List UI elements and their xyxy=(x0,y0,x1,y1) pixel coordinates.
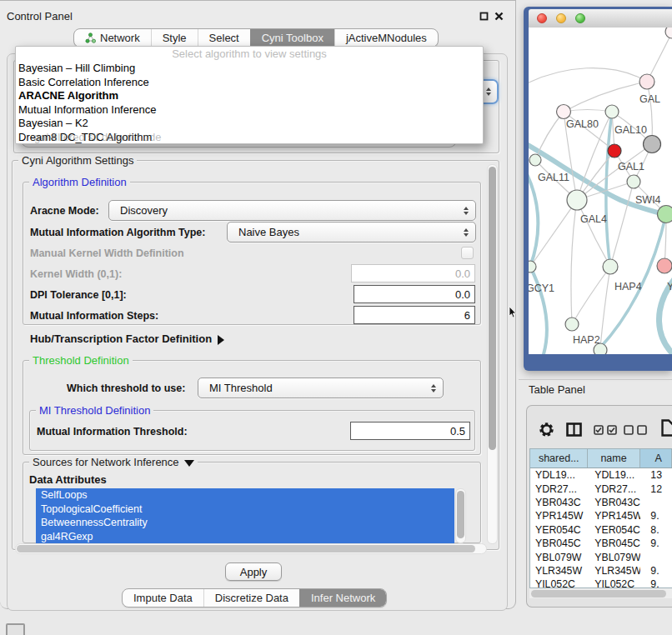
kernel-width-field[interactable]: 0.0 xyxy=(351,264,475,282)
node-gcy1[interactable] xyxy=(529,261,536,272)
panel-tab-bar: Network Style Select Cyni Toolbox jActiv… xyxy=(73,28,439,48)
popup-item-basic-correlation[interactable]: Basic Correlation Inference xyxy=(16,76,483,90)
table-row[interactable]: YPR145W YPR145W 9. xyxy=(530,509,672,522)
list-item-selfloops[interactable]: SelfLoops xyxy=(36,488,454,502)
table-row[interactable]: YER054C YER054C 8. xyxy=(530,523,672,537)
tab-style[interactable]: Style xyxy=(151,29,198,47)
node-label-swi4: SWI4 xyxy=(635,194,661,206)
node-gal1[interactable] xyxy=(627,175,640,188)
collapsed-panel-icon[interactable] xyxy=(6,623,25,635)
node-hap4[interactable] xyxy=(603,259,618,274)
popup-item-bayesian-hill-climbing[interactable]: Bayesian – Hill Climbing xyxy=(16,62,483,76)
node-label-gal10: GAL10 xyxy=(614,124,647,136)
which-threshold-value: MI Threshold xyxy=(209,382,431,394)
node-gal10[interactable] xyxy=(605,105,619,118)
popup-item-aracne[interactable]: ARACNE Algorithm xyxy=(16,89,483,103)
column-header-name[interactable]: name xyxy=(588,449,639,468)
mi-threshold-value: 0.5 xyxy=(450,425,465,438)
column-header-shared-name[interactable]: shared... xyxy=(530,449,588,468)
cell-name: YBL079W xyxy=(589,552,640,563)
popup-item-mutual-information[interactable]: Mutual Information Inference xyxy=(16,103,483,118)
list-item-gal4rgexp[interactable]: gal4RGexp xyxy=(36,530,454,544)
table-row[interactable]: YDL19... YDL19... 13 xyxy=(530,468,672,482)
tab-infer-network[interactable]: Infer Network xyxy=(299,589,386,607)
app-root: Control Panel Network xyxy=(0,0,672,635)
cell-value: 8. xyxy=(640,524,672,536)
settings-scrollbar-thumb[interactable] xyxy=(489,167,496,450)
attributes-scrollbar-thumb[interactable] xyxy=(457,491,464,538)
list-item-betweennesscentrality[interactable]: BetweennessCentrality xyxy=(36,516,454,530)
apply-button-label: Apply xyxy=(240,566,268,578)
select-all-checkboxes-icon[interactable] xyxy=(594,425,618,435)
sources-title-expander[interactable]: Sources for Network Inference xyxy=(29,456,198,468)
table-row[interactable]: YBR043C YBR043C xyxy=(530,496,672,509)
node-hap2[interactable] xyxy=(565,318,579,331)
network-window-titlebar[interactable] xyxy=(529,9,672,28)
tab-cyni-toolbox[interactable]: Cyni Toolbox xyxy=(250,29,334,47)
node-gal-partial[interactable] xyxy=(639,74,654,89)
node-gal4[interactable] xyxy=(567,190,587,210)
tab-select[interactable]: Select xyxy=(198,29,250,47)
manual-kernel-width-label: Manual Kernel Width Definition xyxy=(30,248,184,259)
close-icon[interactable] xyxy=(494,12,504,21)
tab-impute-data-label: Impute Data xyxy=(133,592,193,604)
control-panel-title: Control Panel xyxy=(7,10,73,22)
minimize-traffic-light-icon[interactable] xyxy=(556,13,566,23)
mi-threshold-label: Mutual Information Threshold: xyxy=(37,426,188,438)
tab-network[interactable]: Network xyxy=(74,29,151,47)
table-row[interactable]: YDR27... YDR27... 12 xyxy=(530,482,672,495)
list-item-topologicalcoefficient[interactable]: TopologicalCoefficient xyxy=(36,502,454,517)
mi-threshold-field[interactable]: 0.5 xyxy=(350,422,470,440)
zoom-traffic-light-icon[interactable] xyxy=(575,13,585,23)
cell-shared-name: YBR043C xyxy=(530,497,589,508)
node-top-partial[interactable] xyxy=(665,28,672,38)
mi-threshold-title: MI Threshold Definition xyxy=(36,404,153,417)
node-red[interactable] xyxy=(608,144,621,158)
which-threshold-select[interactable]: MI Threshold xyxy=(198,378,444,398)
tab-impute-data[interactable]: Impute Data xyxy=(123,589,203,607)
tab-discretize-data[interactable]: Discretize Data xyxy=(203,589,299,607)
settings-hscrollbar-thumb[interactable] xyxy=(17,545,475,552)
aracne-mode-value: Discovery xyxy=(120,204,464,217)
cell-name: YER054C xyxy=(589,524,640,536)
node-gray[interactable] xyxy=(644,136,661,153)
node-gal80[interactable] xyxy=(557,105,571,119)
algorithm-dropdown-popup: Select algorithm to view settings Bayesi… xyxy=(15,46,484,144)
table-row[interactable]: YBR045C YBR045C 9. xyxy=(530,537,672,550)
mi-algorithm-type-select[interactable]: Naive Bayes xyxy=(227,222,476,242)
mi-algorithm-type-value: Naive Bayes xyxy=(238,226,464,238)
mi-steps-field[interactable]: 6 xyxy=(354,306,475,324)
combo-arrows-icon xyxy=(464,207,469,215)
node-gal11[interactable] xyxy=(529,154,541,166)
table-row[interactable]: YIL052C YIL052C 9. xyxy=(530,578,672,588)
cell-value: 13 xyxy=(640,469,672,481)
data-attributes-label: Data Attributes xyxy=(29,473,107,486)
node-y-pink[interactable] xyxy=(657,258,672,273)
table-row[interactable]: YBL079W YBL079W xyxy=(530,550,672,563)
float-window-icon[interactable] xyxy=(479,12,489,21)
tab-jactivemnodules[interactable]: jActiveMNodules xyxy=(334,29,438,47)
mi-steps-value: 6 xyxy=(464,309,470,322)
table-hscrollbar-thumb[interactable] xyxy=(531,590,666,598)
aracne-mode-select[interactable]: Discovery xyxy=(108,200,476,221)
tab-infer-network-label: Infer Network xyxy=(311,592,375,604)
node-swi4-green[interactable] xyxy=(658,206,672,223)
apply-button[interactable]: Apply xyxy=(225,562,282,581)
dpi-tolerance-field[interactable]: 0.0 xyxy=(354,285,475,303)
popup-item-bayesian-k2[interactable]: Bayesian – K2 xyxy=(16,117,483,131)
manual-kernel-width-checkbox[interactable] xyxy=(461,247,474,259)
column-header-partial[interactable]: A xyxy=(640,449,672,468)
hub-definition-expander[interactable]: Hub/Transcription Factor Definition xyxy=(30,332,224,345)
cyni-bottom-tab-bar: Impute Data Discretize Data Infer Networ… xyxy=(122,588,387,608)
network-canvas[interactable]: GAL GAL80 GAL10 GAL11 GAL1 SWI4 GAL4 GCY… xyxy=(529,28,672,354)
split-table-icon[interactable] xyxy=(566,422,582,437)
table-row[interactable]: YLR345W YLR345W 9. xyxy=(530,564,672,578)
gear-icon[interactable] xyxy=(538,421,555,438)
node-label-gal-partial: GAL xyxy=(639,93,660,105)
deselect-all-checkboxes-icon[interactable] xyxy=(624,425,648,435)
new-table-icon[interactable] xyxy=(661,419,672,437)
dpi-tolerance-value: 0.0 xyxy=(455,288,470,301)
close-traffic-light-icon[interactable] xyxy=(537,13,547,23)
which-threshold-label: Which threshold to use: xyxy=(67,382,185,394)
tab-jactivemnodules-label: jActiveMNodules xyxy=(346,32,427,44)
